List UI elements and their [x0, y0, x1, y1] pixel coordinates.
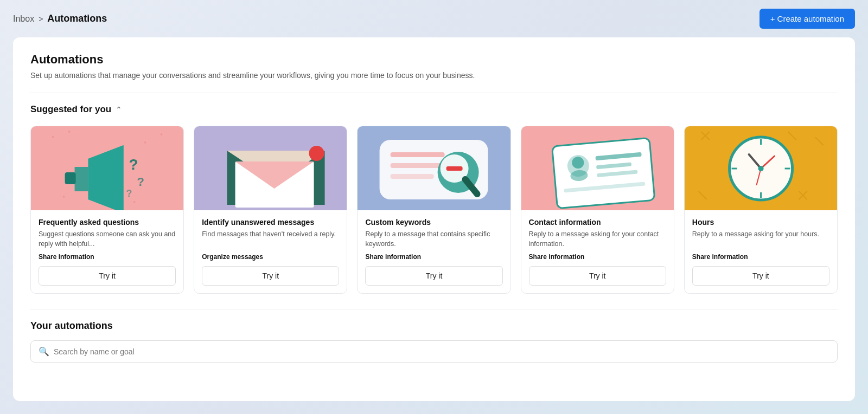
card-image-faq: ? ? ?	[31, 126, 183, 210]
card-body-faq: Frequently asked questions Suggest quest…	[31, 210, 183, 293]
card-faq: ? ? ? Frequently asked questions Suggest…	[30, 126, 184, 294]
page-description: Set up automations that manage your conv…	[30, 71, 838, 80]
card-title-unanswered: Identify unanswered messages	[202, 218, 339, 227]
svg-point-55	[758, 166, 763, 171]
svg-rect-10	[65, 172, 76, 184]
svg-point-2	[68, 131, 71, 133]
card-tag-contact: Share information	[529, 253, 666, 261]
search-container: 🔍	[30, 340, 838, 363]
card-body-keywords: Custom keywords Reply to a message that …	[358, 210, 510, 293]
card-title-faq: Frequently asked questions	[39, 218, 176, 227]
section-divider	[30, 93, 838, 93]
your-automations-section: Your automations 🔍	[30, 320, 838, 363]
card-keywords: Custom keywords Reply to a message that …	[357, 126, 510, 294]
try-button-hours[interactable]: Try it	[692, 266, 829, 286]
svg-rect-22	[391, 152, 445, 157]
card-body-unanswered: Identify unanswered messages Find messag…	[194, 210, 347, 293]
collapse-icon[interactable]: ⌃	[116, 105, 122, 114]
svg-point-1	[52, 136, 54, 138]
main-container: Automations Set up automations that mana…	[13, 37, 855, 401]
card-unanswered: Identify unanswered messages Find messag…	[194, 126, 347, 294]
search-icon: 🔍	[39, 346, 49, 357]
create-automation-button[interactable]: + Create automation	[760, 9, 855, 29]
try-button-contact[interactable]: Try it	[529, 266, 666, 286]
breadcrumb-separator: >	[39, 15, 43, 23]
card-desc-contact: Reply to a message asking for your conta…	[529, 230, 666, 249]
svg-rect-24	[391, 174, 434, 179]
try-button-faq[interactable]: Try it	[39, 266, 176, 286]
card-body-hours: Hours Reply to a message asking for your…	[685, 210, 837, 293]
card-desc-hours: Reply to a message asking for your hours…	[692, 230, 829, 249]
breadcrumb-current: Automations	[47, 13, 107, 24]
breadcrumb: Inbox > Automations	[13, 13, 107, 24]
svg-text:?: ?	[137, 175, 144, 189]
card-desc-faq: Suggest questions someone can ask you an…	[39, 230, 176, 249]
card-tag-hours: Share information	[692, 253, 829, 261]
your-automations-title: Your automations	[30, 320, 838, 332]
card-tag-keywords: Share information	[365, 253, 502, 261]
svg-point-3	[144, 141, 146, 144]
svg-text:?: ?	[129, 156, 138, 173]
svg-point-5	[133, 201, 136, 203]
card-desc-keywords: Reply to a message that contains specifi…	[365, 230, 502, 249]
card-tag-unanswered: Organize messages	[202, 253, 339, 261]
search-input[interactable]	[54, 347, 829, 356]
card-desc-unanswered: Find messages that haven't received a re…	[202, 230, 339, 249]
suggested-section-title: Suggested for you	[30, 104, 111, 115]
your-automations-divider	[30, 309, 838, 309]
card-body-contact: Contact information Reply to a message a…	[521, 210, 674, 293]
svg-point-4	[161, 133, 163, 135]
card-tag-faq: Share information	[39, 253, 176, 261]
svg-marker-7	[75, 167, 88, 191]
top-bar: Inbox > Automations + Create automation	[0, 0, 868, 37]
try-button-unanswered[interactable]: Try it	[202, 266, 339, 286]
card-contact: Contact information Reply to a message a…	[521, 126, 674, 294]
svg-point-19	[309, 146, 324, 161]
try-button-keywords[interactable]: Try it	[365, 266, 502, 286]
card-image-unanswered	[194, 126, 347, 210]
breadcrumb-inbox[interactable]: Inbox	[13, 14, 34, 24]
card-title-keywords: Custom keywords	[365, 218, 502, 227]
svg-point-6	[63, 196, 65, 198]
card-title-hours: Hours	[692, 218, 829, 227]
page-title: Automations	[30, 53, 838, 67]
card-image-contact	[521, 126, 674, 210]
suggested-section-header: Suggested for you ⌃	[30, 104, 838, 115]
svg-rect-27	[446, 166, 463, 171]
card-hours: Hours Reply to a message asking for your…	[684, 126, 838, 294]
card-image-keywords	[358, 126, 510, 210]
svg-text:?: ?	[126, 188, 132, 199]
card-image-hours	[685, 126, 837, 210]
suggestion-cards-row: ? ? ? Frequently asked questions Suggest…	[30, 126, 838, 294]
card-title-contact: Contact information	[529, 218, 666, 227]
